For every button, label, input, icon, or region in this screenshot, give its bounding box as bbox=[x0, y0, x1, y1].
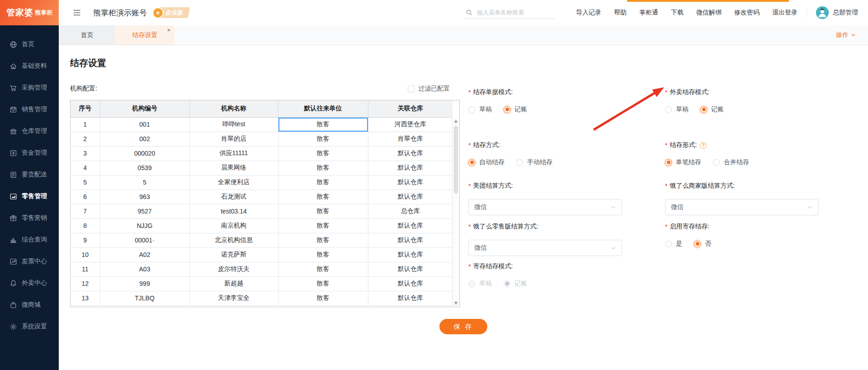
tab-settings[interactable]: 结存设置× bbox=[115, 25, 175, 45]
radio-option[interactable]: 草稿 bbox=[665, 105, 689, 114]
table-cell[interactable]: 散客 bbox=[278, 204, 368, 218]
radio-option[interactable]: 单笔结存 bbox=[665, 158, 701, 166]
header-link[interactable]: 退出登录 bbox=[772, 9, 797, 17]
table-cell[interactable]: 散客 bbox=[278, 276, 368, 291]
table-cell[interactable]: 默认仓库 bbox=[368, 146, 453, 161]
sidebar-item-label: 发票中心 bbox=[22, 257, 47, 266]
help-icon[interactable]: ? bbox=[700, 142, 707, 149]
sidebar-item-calendar[interactable]: 销售管理 bbox=[0, 99, 59, 120]
radio-option[interactable]: 否 bbox=[694, 240, 711, 248]
radio-option[interactable]: 自动结存 bbox=[468, 158, 505, 166]
sidebar-item-gift[interactable]: 零售营销 bbox=[0, 207, 59, 229]
sidebar-item-trend[interactable]: 发票中心 bbox=[0, 251, 59, 272]
table-cell: 9527 bbox=[100, 204, 189, 218]
sidebar-item-home[interactable]: 基础资料 bbox=[0, 55, 59, 77]
radio-icon bbox=[504, 280, 510, 287]
bag-icon bbox=[9, 301, 17, 309]
table-cell[interactable]: 默认仓库 bbox=[368, 190, 453, 204]
sidebar-item-chart-area[interactable]: 零售管理 bbox=[0, 185, 59, 207]
tab-label: 首页 bbox=[81, 31, 94, 39]
table-cell[interactable]: 默认仓库 bbox=[368, 247, 453, 262]
table-cell: A02 bbox=[100, 247, 189, 262]
table-cell[interactable]: 总仓库 bbox=[368, 204, 453, 218]
table-cell[interactable]: 散客 bbox=[278, 233, 368, 247]
filter-configured-checkbox[interactable]: 过滤已配置 bbox=[408, 85, 450, 93]
actions-dropdown[interactable]: 操作 bbox=[836, 31, 856, 39]
table-cell[interactable]: 默认仓库 bbox=[368, 233, 453, 247]
avatar[interactable] bbox=[816, 6, 829, 19]
radio-option[interactable]: 记账 bbox=[504, 105, 527, 114]
radio-icon bbox=[504, 106, 510, 113]
loading-progress-bar bbox=[627, 0, 789, 2]
header-link[interactable]: 修改密码 bbox=[734, 9, 760, 17]
required-asterisk: * bbox=[468, 142, 471, 149]
sidebar-item-bar-chart[interactable]: 综合查询 bbox=[0, 229, 59, 251]
table-cell[interactable]: 默认仓库 bbox=[368, 161, 453, 175]
header-link[interactable]: 下载 bbox=[671, 9, 684, 17]
header-link[interactable]: 微信解绑 bbox=[696, 9, 722, 17]
header-link[interactable]: 导入记录 bbox=[576, 9, 601, 17]
sidebar-item-money[interactable]: 资金管理 bbox=[0, 142, 59, 164]
table-cell[interactable]: 默认仓库 bbox=[368, 276, 453, 291]
sidebar-item-bank[interactable]: 仓库管理 bbox=[0, 120, 59, 142]
search-input[interactable] bbox=[476, 9, 548, 16]
sidebar-item-label: 仓库管理 bbox=[22, 127, 47, 135]
table-cell[interactable]: 散客 bbox=[278, 146, 368, 161]
radio-icon bbox=[516, 159, 523, 166]
collapse-menu-icon[interactable] bbox=[72, 8, 81, 17]
table-cell: 晨果网络 bbox=[189, 161, 278, 175]
radio-option[interactable]: 手动结存 bbox=[516, 158, 552, 166]
radio-option[interactable]: 合并结存 bbox=[713, 158, 749, 166]
table-row: 40539晨果网络散客默认仓库 bbox=[71, 161, 453, 175]
sidebar-item-bag[interactable]: 微商城 bbox=[0, 294, 59, 316]
table-scrollbar[interactable]: ▲ ▼ bbox=[452, 118, 459, 307]
table-cell[interactable]: 默认仓库 bbox=[368, 262, 453, 276]
table-cell[interactable]: 默认仓库 bbox=[368, 291, 453, 305]
sidebar-item-doc-list[interactable]: 要货配送 bbox=[0, 164, 59, 185]
table-cell[interactable]: 肖翠仓库 bbox=[368, 132, 453, 146]
table-cell[interactable]: 散客 bbox=[278, 218, 368, 233]
table-cell[interactable]: 散客 bbox=[278, 132, 368, 146]
radio-option-label: 否 bbox=[705, 240, 711, 248]
table-cell[interactable]: 散客 bbox=[278, 117, 368, 132]
bank-icon bbox=[9, 128, 17, 135]
sidebar-item-bell[interactable]: 外卖中心 bbox=[0, 272, 59, 294]
sidebar-item-cart[interactable]: 采购管理 bbox=[0, 77, 59, 99]
top-header: 管家婆 熊掌柜 熊掌柜演示账号 ★ 企业版 导入记录帮助掌柜通下载微信解绑修改密… bbox=[0, 0, 868, 25]
table-row: 1001哔哔test散客河西堡仓库 bbox=[71, 117, 453, 132]
table-cell: 13 bbox=[71, 291, 100, 305]
table-cell: 0539 bbox=[100, 161, 189, 175]
scrollbar-thumb[interactable] bbox=[454, 126, 458, 194]
table-cell[interactable]: 散客 bbox=[278, 247, 368, 262]
table-cell[interactable]: 默认仓库 bbox=[368, 175, 453, 190]
select-dropdown[interactable]: 微信 bbox=[468, 240, 622, 256]
column-header: 序号 bbox=[71, 100, 100, 117]
scroll-up-icon[interactable]: ▲ bbox=[454, 119, 458, 123]
scroll-down-icon[interactable]: ▼ bbox=[454, 301, 458, 305]
table-cell[interactable]: 散客 bbox=[278, 175, 368, 190]
sidebar-item-gear[interactable]: 系统设置 bbox=[0, 316, 59, 337]
sidebar-item-globe[interactable]: 首页 bbox=[0, 33, 59, 55]
table-cell[interactable]: 散客 bbox=[278, 161, 368, 175]
user-name[interactable]: 总部管理 bbox=[833, 9, 858, 17]
header-links: 导入记录帮助掌柜通下载微信解绑修改密码退出登录 bbox=[576, 9, 797, 17]
radio-option[interactable]: 草稿 bbox=[468, 105, 492, 114]
select-dropdown[interactable]: 微信 bbox=[468, 199, 622, 215]
table-cell[interactable]: 散客 bbox=[278, 262, 368, 276]
radio-option[interactable]: 是 bbox=[665, 240, 682, 248]
table-cell[interactable]: 默认仓库 bbox=[368, 218, 453, 233]
radio-option-label: 自动结存 bbox=[479, 158, 505, 166]
table-cell[interactable]: 散客 bbox=[278, 190, 368, 204]
table-cell[interactable]: 散客 bbox=[278, 291, 368, 305]
header-link[interactable]: 掌柜通 bbox=[639, 9, 658, 17]
close-icon[interactable]: × bbox=[167, 27, 170, 33]
user-area: 总部管理 bbox=[797, 6, 858, 19]
tab-home[interactable]: 首页 bbox=[59, 25, 115, 45]
save-button[interactable]: 保 存 bbox=[439, 319, 487, 334]
radio-option[interactable]: 记账 bbox=[700, 105, 724, 114]
org-config-panel: 机构配置: 过滤已配置 序号机构编号机构名称默认往来单位关联仓库1001哔哔te… bbox=[70, 84, 460, 307]
setting-label: 饿了么商家版结算方式: bbox=[670, 182, 735, 190]
header-link[interactable]: 帮助 bbox=[614, 9, 627, 17]
select-dropdown[interactable]: 微信 bbox=[665, 199, 819, 215]
table-cell[interactable]: 河西堡仓库 bbox=[368, 117, 453, 132]
